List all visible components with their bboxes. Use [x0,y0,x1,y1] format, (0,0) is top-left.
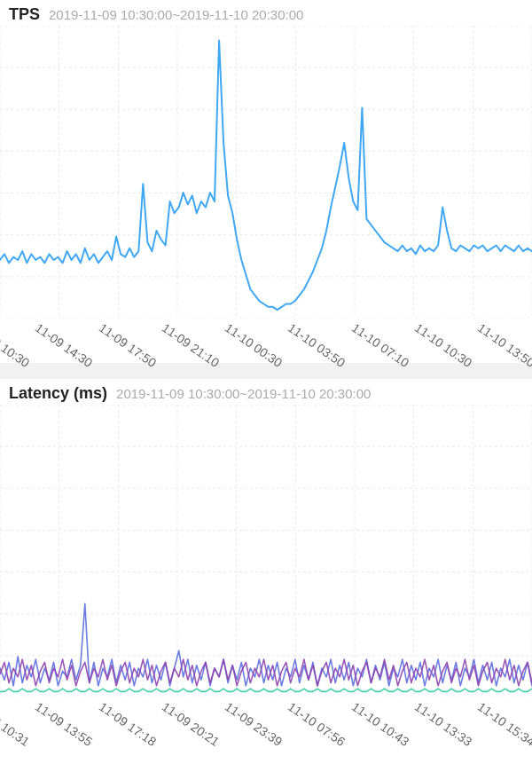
x-tick-label: 11-09 10:31 [0,699,32,749]
x-tick-label: 11-10 15:34 [475,699,532,749]
latency-chart[interactable] [0,405,532,697]
x-tick-label: 11-10 10:30 [412,320,474,370]
latency-series [0,659,532,686]
x-tick-label: 11-09 21:10 [160,320,222,370]
tps-time-range: 2019-11-09 10:30:00~2019-11-10 20:30:00 [49,7,303,22]
x-tick-label: 11-10 13:50 [475,320,532,370]
latency-time-range: 2019-11-09 10:30:00~2019-11-10 20:30:00 [116,386,371,401]
x-tick-label: 11-09 14:30 [33,320,95,370]
latency-chart-svg [0,405,532,697]
x-tick-label: 11-09 17:50 [96,320,158,370]
x-tick-label: 11-09 10:30 [0,320,32,370]
latency-x-axis-labels: 11-09 10:3111-09 13:5511-09 17:1811-09 2… [0,697,532,742]
tps-chart-svg [0,26,532,319]
tps-series [0,41,532,311]
x-tick-label: 11-09 20:21 [160,699,222,749]
tps-title: TPS [9,5,40,24]
x-tick-label: 11-10 03:50 [286,320,348,370]
x-tick-label: 11-10 10:43 [348,699,411,749]
latency-panel: Latency (ms) 2019-11-09 10:30:00~2019-11… [0,379,532,742]
latency-header: Latency (ms) 2019-11-09 10:30:00~2019-11… [0,379,532,405]
tps-chart[interactable] [0,26,532,319]
x-tick-label: 11-10 07:56 [286,699,348,749]
latency-title: Latency (ms) [9,384,107,403]
x-tick-label: 11-10 07:10 [348,320,411,370]
x-tick-label: 11-09 23:39 [223,699,285,749]
tps-header: TPS 2019-11-09 10:30:00~2019-11-10 20:30… [0,0,532,26]
x-tick-label: 11-10 13:33 [412,699,474,749]
x-tick-label: 11-10 00:30 [223,320,285,370]
tps-x-axis-labels: 11-09 10:3011-09 14:3011-09 17:5011-09 2… [0,319,532,363]
tps-panel: TPS 2019-11-09 10:30:00~2019-11-10 20:30… [0,0,532,363]
latency-series [0,689,532,691]
x-tick-label: 11-09 17:18 [96,699,158,749]
x-tick-label: 11-09 13:55 [33,699,95,749]
